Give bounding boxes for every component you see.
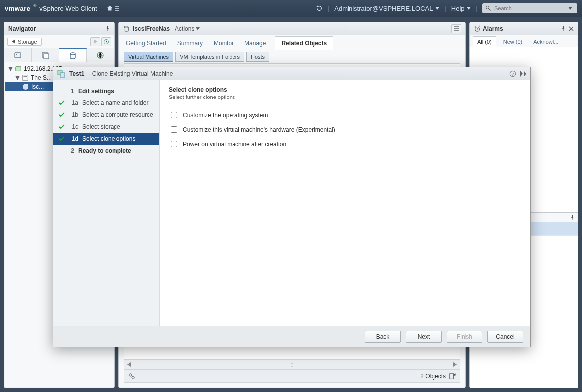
chevron-left-icon <box>12 39 15 44</box>
content-heading: Select clone options <box>169 86 521 93</box>
cancel-button[interactable]: Cancel <box>487 331 523 343</box>
opt-customize-hw[interactable]: Customize this virtual machine's hardwar… <box>169 125 521 134</box>
finish-button[interactable]: Finish <box>447 331 482 343</box>
user-menu[interactable]: Administrator@VSPHERE.LOCAL <box>334 5 439 12</box>
tree-dc-label: The S... <box>31 74 52 81</box>
alarm-tab-new[interactable]: New (0) <box>499 37 527 47</box>
content-subheading: Select further clone options <box>169 94 521 100</box>
chevron-down-icon <box>196 27 200 30</box>
breadcrumb-back[interactable]: Storage <box>7 38 42 46</box>
main-menu-icon[interactable] <box>451 24 461 33</box>
close-icon[interactable] <box>569 26 574 31</box>
nav-tab-hosts[interactable] <box>4 48 32 62</box>
svg-rect-19 <box>60 73 65 77</box>
help-label: Help <box>451 5 465 12</box>
alarms-title: Alarms <box>483 25 503 32</box>
tab-summary[interactable]: Summary <box>175 37 205 50</box>
pin-icon[interactable] <box>561 26 566 31</box>
svg-rect-3 <box>16 54 17 55</box>
brand-reg: ® <box>33 3 36 8</box>
step-group-1: 1 Edit settings <box>53 85 159 97</box>
svg-rect-10 <box>24 76 27 77</box>
search-input[interactable] <box>493 5 568 12</box>
objects-count: 2 Objects <box>420 373 446 380</box>
menu-lines-icon <box>115 5 119 11</box>
check-icon <box>59 136 65 141</box>
opt-power-on-checkbox[interactable] <box>171 141 177 147</box>
navigator-title: Navigator <box>8 25 36 32</box>
search-icon <box>485 5 491 11</box>
svg-rect-8 <box>16 67 21 71</box>
search-box[interactable] <box>482 3 577 13</box>
chevron-down-icon <box>568 7 572 10</box>
opt-power-on[interactable]: Power on virtual machine after creation <box>169 139 521 149</box>
nav-tab-vms[interactable] <box>32 48 59 62</box>
next-button[interactable]: Next <box>406 331 442 343</box>
check-icon <box>59 112 65 117</box>
main-title: IscsiFreeNas <box>133 25 170 32</box>
user-label: Administrator@VSPHERE.LOCAL <box>334 5 433 12</box>
opt-customize-hw-checkbox[interactable] <box>171 126 177 133</box>
opt-customize-os[interactable]: Customize the operating system <box>169 110 521 120</box>
dialog-title-suffix: Clone Existing Virtual Machine <box>92 70 173 77</box>
tab-manage[interactable]: Manage <box>242 37 268 50</box>
opt-customize-os-label: Customize the operating system <box>183 112 268 119</box>
svg-point-6 <box>70 53 75 55</box>
alarm-tab-all[interactable]: All (0) <box>473 36 496 47</box>
brand-title: vSphere Web Client <box>39 5 97 12</box>
home-button[interactable] <box>106 5 119 12</box>
expand-icon <box>15 76 20 80</box>
breadcrumb-label: Storage <box>18 39 37 45</box>
svg-rect-5 <box>44 54 49 59</box>
step-1b[interactable]: 1b Select a compute resource <box>53 109 159 121</box>
pin-icon[interactable] <box>570 215 575 220</box>
opt-customize-os-checkbox[interactable] <box>171 112 177 118</box>
nav-tab-storage[interactable] <box>59 48 87 62</box>
opt-power-on-label: Power on virtual machine after creation <box>183 141 286 148</box>
svg-point-0 <box>486 6 489 9</box>
help-icon[interactable]: ? <box>509 70 516 77</box>
step-1d[interactable]: 1d Select clone options <box>53 133 159 145</box>
subtab-hosts[interactable]: Hosts <box>246 52 269 62</box>
scroll-right-icon[interactable] <box>453 362 457 367</box>
chevron-down-icon <box>467 7 471 10</box>
chevron-down-icon <box>435 7 439 10</box>
alarm-tab-ack[interactable]: Acknowl... <box>529 37 562 47</box>
find-icon[interactable] <box>128 373 135 380</box>
svg-rect-9 <box>23 75 28 81</box>
step-1c[interactable]: 1c Select storage <box>53 121 159 133</box>
back-button[interactable]: Back <box>365 331 401 343</box>
datacenter-icon <box>22 74 29 81</box>
dialog-title-prefix: Test1 <box>69 70 84 77</box>
check-icon <box>59 124 65 129</box>
step-1a[interactable]: 1a Select a name and folder <box>53 97 159 109</box>
pin-icon[interactable] <box>105 26 110 31</box>
subtab-vm-templates[interactable]: VM Templates in Folders <box>175 52 244 62</box>
expand-icon <box>8 67 13 71</box>
alarm-icon <box>474 25 481 32</box>
brand-vm: vmware <box>5 5 30 12</box>
tab-related-objects[interactable]: Related Objects <box>275 36 333 50</box>
clone-wizard-dialog: Test1 - Clone Existing Virtual Machine ?… <box>53 67 531 347</box>
help-menu[interactable]: Help <box>451 5 471 12</box>
svg-point-12 <box>124 26 129 28</box>
tab-getting-started[interactable]: Getting Started <box>124 37 168 50</box>
subtab-virtual-machines[interactable]: Virtual Machines <box>124 52 173 62</box>
vcenter-icon <box>15 65 22 72</box>
expand-icon[interactable] <box>520 71 526 77</box>
step-group-2: 2 Ready to complete <box>53 145 159 157</box>
scroll-left-icon[interactable] <box>127 362 131 367</box>
datastore-icon <box>123 25 130 32</box>
tab-monitor[interactable]: Monitor <box>212 37 235 50</box>
breadcrumb-forward[interactable] <box>90 37 100 46</box>
export-icon[interactable] <box>449 373 456 380</box>
refresh-icon[interactable] <box>316 5 323 12</box>
svg-rect-15 <box>450 373 454 379</box>
breadcrumb-history[interactable] <box>101 37 111 46</box>
nav-tab-networking[interactable] <box>87 48 114 62</box>
actions-menu[interactable]: Actions <box>175 25 200 32</box>
vm-clone-icon <box>57 70 65 78</box>
tree-ds-label: Isc... <box>31 83 44 90</box>
check-icon <box>59 100 65 105</box>
svg-text:?: ? <box>512 71 514 76</box>
